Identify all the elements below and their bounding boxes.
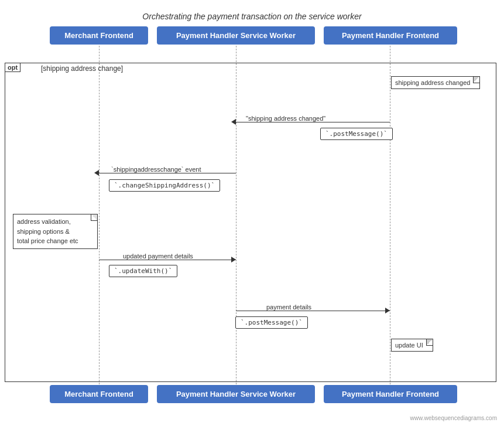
arrow-line-4	[236, 311, 390, 311]
actor-merchant-bottom: Merchant Frontend	[50, 385, 148, 403]
opt-label: opt	[5, 63, 20, 72]
arrow-label-shipping-event: `shippingaddresschange` event	[111, 166, 201, 173]
actor-payment-frontend-bottom: Payment Handler Frontend	[324, 385, 457, 403]
actor-service-worker-top: Payment Handler Service Worker	[157, 26, 315, 45]
arrowhead-1	[231, 119, 236, 125]
note-address-validation: address validation, shipping options & t…	[13, 214, 98, 249]
arrow-label-shipping-changed: "shipping address changed"	[246, 115, 325, 122]
arrowhead-2	[94, 170, 99, 176]
arrow-line-3	[99, 260, 236, 260]
diagram-title: Orchestrating the payment transaction on…	[0, 6, 504, 21]
method-change-shipping: `.changeShippingAddress()`	[109, 179, 220, 192]
diagram-container: Orchestrating the payment transaction on…	[0, 0, 504, 426]
method-post-message-2: `.postMessage()`	[235, 316, 308, 329]
method-post-message-1: `.postMessage()`	[320, 128, 393, 140]
actor-payment-frontend-top: Payment Handler Frontend	[324, 26, 457, 45]
arrow-label-updated-payment: updated payment details	[123, 253, 193, 260]
actor-merchant-top: Merchant Frontend	[50, 26, 148, 45]
opt-condition: [shipping address change]	[41, 64, 123, 73]
method-update-with: `.updateWith()`	[109, 265, 177, 277]
watermark: www.websequencediagrams.com	[410, 415, 497, 421]
actor-service-worker-bottom: Payment Handler Service Worker	[157, 385, 315, 403]
arrow-label-payment-details: payment details	[266, 304, 311, 311]
arrowhead-3	[231, 257, 236, 263]
arrowhead-4	[385, 308, 390, 313]
arrow-line-2	[99, 173, 236, 173]
note-update-ui: update UI	[391, 339, 433, 352]
note-shipping-changed: shipping address changed	[391, 76, 480, 89]
arrow-line-1	[236, 122, 390, 122]
